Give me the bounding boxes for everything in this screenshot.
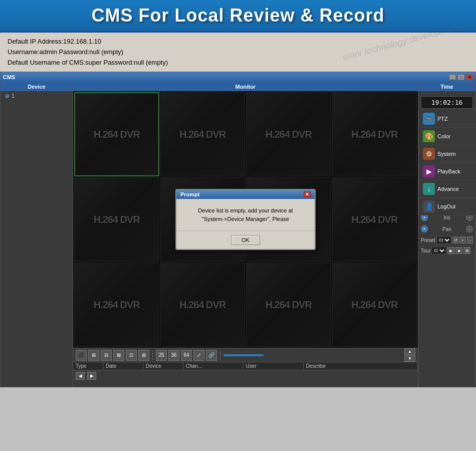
logout-sidebar-button[interactable]: 👤 LogOut [419,198,476,215]
log-area: Type Date Device Chan... User Describe ◀… [73,362,418,387]
volume-slider[interactable] [223,354,264,356]
preset-action1-button[interactable]: ↺ [452,237,458,244]
monitor-grid: H.264 DVR H.264 DVR H.264 DVR H.264 DVR … [73,91,418,348]
color-sidebar-button[interactable]: 🎨 Color [419,128,476,145]
layout-4x4-button[interactable]: ⊠ [113,350,124,361]
layout-36-button[interactable]: 36 [168,350,179,361]
dialog-title: Prompt [180,191,200,197]
advance-sidebar-button[interactable]: ↓ Advance [419,180,476,198]
cms-window: CMS _ □ ✕ Device 🖥 1 Monitor H.264 DVR [0,72,476,387]
log-col-user: User [244,362,304,370]
info-area: Default IP Address:192.168.1.10 Username… [0,33,476,72]
advance-sidebar-label: Advance [437,186,459,192]
layout-25-button[interactable]: 25 [156,350,167,361]
dialog-content: Device list is empty, add your device at… [176,199,315,231]
header-banner: CMS For Local Review & Record [0,0,476,33]
color-sidebar-icon: 🎨 [423,130,435,142]
layout-64-button[interactable]: 64 [181,350,192,361]
prompt-dialog: Prompt ✕ Device list is empty, add your … [175,189,316,250]
close-button[interactable]: ✕ [466,74,473,80]
dialog-footer: OK [176,231,315,249]
layout-custom1-button[interactable]: ⊡ [126,350,137,361]
playback-sidebar-button[interactable]: ▶ PlayBack [419,163,476,180]
preset-row: Preset 0102 ↺ + - [421,236,473,244]
system-sidebar-icon: ⚙ [423,148,435,160]
ptz-sidebar-button[interactable]: 🎮 PTZ [419,110,476,128]
toolbar-separator [152,351,153,360]
device-icon: 🖥 [5,93,10,99]
log-header: Type Date Device Chan... User Describe [73,362,418,370]
cms-body: Device 🖥 1 Monitor H.264 DVR H.264 DVR H… [1,82,475,387]
advance-sidebar-icon: ↓ [423,183,435,195]
device-item-label: 1 [12,93,15,99]
connect-button[interactable]: 🔗 [206,350,217,361]
info-line3: Default Username of CMS:super Password:n… [8,58,468,68]
monitor-header: Monitor [73,82,418,91]
cms-title: CMS [3,74,15,80]
main-sidebar: 🎮 PTZ 🎨 Color ⚙ System ▶ PlayBack ↓ Adva… [418,110,476,215]
playback-sidebar-icon: ▶ [423,165,435,177]
dialog-message: Device list is empty, add your device at… [198,207,293,222]
scroll-down-button[interactable]: ▼ [404,355,415,362]
toolbar-separator-2 [220,351,220,360]
ptz-sidebar-label: PTZ [437,116,448,122]
logout-sidebar-icon: 👤 [423,200,435,212]
log-next-button[interactable]: ▶ [87,372,96,380]
dialog-ok-button[interactable]: OK [231,235,260,245]
info-line1: Default IP Address:192.168.1.10 [8,37,468,47]
ptz-iris-label: Iris [443,215,450,220]
log-col-describe: Describe [304,362,418,370]
tour-select[interactable]: 0102 [431,247,446,255]
header-title: CMS For Local Review & Record [10,5,466,26]
preset-label: Preset [421,238,435,243]
system-sidebar-button[interactable]: ⚙ System [419,145,476,163]
window-controls: _ □ ✕ [449,74,473,80]
tour-grid-button[interactable]: ⊞ [463,247,470,254]
preset-action2-button[interactable]: + [459,237,465,244]
log-col-type: Type [73,362,103,370]
log-col-date: Date [103,362,143,370]
color-sidebar-label: Color [437,133,450,139]
preset-select[interactable]: 0102 [436,236,451,244]
cms-titlebar: CMS _ □ ✕ [1,72,475,82]
fullscreen-button[interactable]: ⤢ [193,350,204,361]
logout-sidebar-label: LogOut [437,203,455,209]
log-prev-button[interactable]: ◀ [76,372,85,380]
dialog-titlebar: Prompt ✕ [176,190,315,199]
layout-1x1-button[interactable]: ⬛ [76,350,87,361]
tour-row: Tour 0102 ▶ ■ ⊞ [421,247,473,255]
time-panel-header: Time [418,82,475,91]
monitor-panel: Monitor H.264 DVR H.264 DVR H.264 DVR H.… [73,82,418,387]
ptz-pan-minus-button[interactable]: - [466,225,473,233]
log-col-channel: Chan... [183,362,244,370]
tour-play-button[interactable]: ▶ [447,247,454,254]
layout-2x2-button[interactable]: ⊞ [88,350,99,361]
dialog-close-button[interactable]: ✕ [304,191,311,197]
log-nav-area: ◀ ▶ [73,370,418,381]
log-col-device: Device [143,362,183,370]
tour-label: Tour [421,248,430,254]
preset-action3-button[interactable]: - [467,237,473,244]
device-panel: Device 🖥 1 [1,82,73,387]
bottom-toolbar: ⬛ ⊞ ⊟ ⊠ ⊡ ⊞ 25 36 64 ⤢ 🔗 ▲ ▼ [73,348,418,362]
tour-stop-button[interactable]: ■ [455,247,462,254]
system-sidebar-label: System [437,151,456,157]
scroll-up-button[interactable]: ▲ [404,348,415,355]
device-item[interactable]: 🖥 1 [1,91,73,100]
ptz-pan-row: + Pan - [421,224,473,234]
layout-3x3-button[interactable]: ⊟ [101,350,112,361]
maximize-button[interactable]: □ [457,74,464,80]
playback-sidebar-label: PlayBack [437,168,460,174]
minimize-button[interactable]: _ [449,74,456,80]
layout-custom2-button[interactable]: ⊞ [138,350,149,361]
time-display: 19:02:16 [421,96,473,109]
device-panel-header: Device [1,82,73,91]
dialog-overlay: Prompt ✕ Device list is empty, add your … [73,91,418,348]
ptz-pan-plus-button[interactable]: + [421,225,428,233]
info-line2: Username:admin Password:null (empty) [8,47,468,58]
ptz-sidebar-icon: 🎮 [423,113,435,125]
ptz-pan-label: Pan [442,227,451,232]
